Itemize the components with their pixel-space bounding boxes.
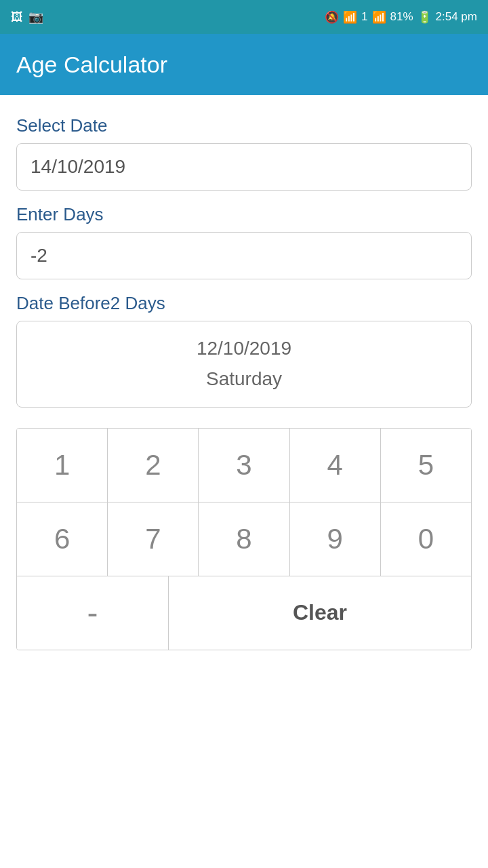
numpad-row-3: - Clear	[17, 576, 471, 650]
main-content: Select Date Enter Days Date Before2 Days…	[0, 95, 488, 868]
key-0[interactable]: 0	[381, 502, 471, 576]
key-6[interactable]: 6	[17, 502, 108, 576]
battery-icon: 🔋	[418, 10, 432, 24]
clear-button[interactable]: Clear	[169, 576, 471, 650]
select-date-input[interactable]	[16, 143, 472, 191]
key-3[interactable]: 3	[199, 429, 289, 502]
key-7[interactable]: 7	[108, 502, 199, 576]
status-right-icons: 🔕 📶 1 📶 81% 🔋 2:54 pm	[325, 10, 477, 24]
enter-days-label: Enter Days	[16, 204, 472, 225]
wifi-icon: 📶	[343, 10, 357, 24]
result-label: Date Before2 Days	[16, 293, 472, 314]
result-box: 12/10/2019 Saturday	[16, 321, 472, 408]
sim-icon: 1	[361, 10, 367, 24]
status-bar: 🖼 📷 🔕 📶 1 📶 81% 🔋 2:54 pm	[0, 0, 488, 34]
clock: 2:54 pm	[436, 10, 477, 24]
key-2[interactable]: 2	[108, 429, 199, 502]
key-1[interactable]: 1	[17, 429, 108, 502]
key-8[interactable]: 8	[199, 502, 289, 576]
select-date-label: Select Date	[16, 115, 472, 136]
enter-days-input[interactable]	[16, 232, 472, 279]
key-9[interactable]: 9	[290, 502, 381, 576]
app-header: Age Calculator	[0, 34, 488, 95]
signal-icon: 📶	[372, 10, 386, 24]
app-title: Age Calculator	[16, 52, 167, 78]
status-left-icons: 🖼 📷	[11, 9, 43, 24]
mute-icon: 🔕	[325, 10, 339, 24]
key-minus[interactable]: -	[17, 576, 169, 650]
numpad: 1 2 3 4 5 6 7 8 9 0 - Clear	[16, 428, 472, 650]
numpad-row-2: 6 7 8 9 0	[17, 502, 471, 576]
image-icon: 🖼	[11, 10, 23, 24]
result-date: 12/10/2019	[197, 334, 291, 364]
battery-percent: 81%	[390, 10, 413, 24]
result-day: Saturday	[206, 364, 282, 395]
key-5[interactable]: 5	[381, 429, 471, 502]
numpad-row-1: 1 2 3 4 5	[17, 429, 471, 502]
video-icon: 📷	[28, 9, 43, 24]
key-4[interactable]: 4	[290, 429, 381, 502]
